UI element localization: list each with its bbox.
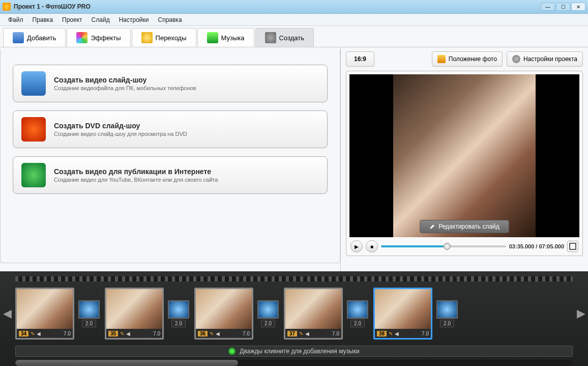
timeline-scrollbar[interactable] <box>15 360 573 366</box>
tab-label: Добавить <box>27 34 56 42</box>
slide-image <box>106 289 162 329</box>
project-settings-button[interactable]: Настройки проекта <box>507 51 583 67</box>
slide-item: 35✎◀7.02.0 <box>105 288 189 340</box>
play-button[interactable]: ▶ <box>350 240 363 252</box>
stop-button[interactable]: ■ <box>366 240 378 252</box>
pencil-icon[interactable]: ✎ <box>389 331 393 336</box>
slide-thumb-37[interactable]: 37✎◀7.0 <box>284 288 343 340</box>
pencil-icon[interactable]: ✎ <box>120 331 124 336</box>
menu-файл[interactable]: Файл <box>4 15 27 25</box>
music-track[interactable]: Дважды кликните для добавления музыки <box>15 346 573 357</box>
slide-thumb-36[interactable]: 36✎◀7.0 <box>194 288 253 340</box>
timeline-scroll-left-button[interactable]: ◀ <box>3 305 11 322</box>
slide-sound-icon[interactable]: ◀ <box>305 331 309 336</box>
aspect-ratio-button[interactable]: 16:9 <box>346 51 374 67</box>
tab-label: Создать <box>279 34 304 42</box>
film-holes-top <box>15 276 573 281</box>
slide-item: 38✎◀7.02.0 <box>373 288 458 340</box>
slide-footer: 35✎◀7.0 <box>106 329 162 338</box>
fullscreen-button[interactable] <box>567 241 578 252</box>
preview-toolbar: 16:9 Положение фото Настройки проекта <box>346 50 583 68</box>
photo-position-button[interactable]: Положение фото <box>432 51 503 67</box>
create-option-title: Создать видео для публикации в Интернете <box>54 167 218 176</box>
pencil-icon[interactable]: ✎ <box>299 331 303 336</box>
slide-thumb-35[interactable]: 35✎◀7.0 <box>105 288 164 340</box>
slide-sound-icon[interactable]: ◀ <box>216 331 220 336</box>
slide-footer: 38✎◀7.0 <box>375 329 431 338</box>
create-option-icon <box>21 71 46 96</box>
create-option-2[interactable]: Создать видео для публикации в Интернете… <box>13 156 328 194</box>
tab-icon-3 <box>207 32 218 43</box>
slide-index: 36 <box>198 331 208 336</box>
music-refresh-icon <box>228 348 236 355</box>
slide-index: 37 <box>287 331 297 336</box>
slide-footer: 36✎◀7.0 <box>196 329 252 338</box>
pencil-icon[interactable]: ✎ <box>210 331 214 336</box>
tab-icon-0 <box>13 32 24 43</box>
menu-настройки[interactable]: Настройки <box>115 15 153 25</box>
time-display: 03:35.000 / 07:05.000 <box>509 243 564 249</box>
create-option-title: Создать DVD слайд-шоу <box>54 122 187 130</box>
preview-video[interactable]: Редактировать слайд <box>349 74 579 237</box>
tab-bar: ДобавитьЭффектыПереходыМузыкаСоздать <box>0 26 588 47</box>
slide-footer: 34✎◀7.0 <box>17 329 73 338</box>
transition-thumb[interactable] <box>257 300 279 319</box>
pencil-icon <box>429 223 435 230</box>
progress-slider[interactable] <box>381 245 506 247</box>
pencil-icon[interactable]: ✎ <box>31 331 35 336</box>
slide-index: 38 <box>377 331 387 336</box>
svg-rect-0 <box>570 243 576 249</box>
timeline-scroll-right-button[interactable]: ▶ <box>577 305 585 322</box>
slide-index: 34 <box>19 331 28 336</box>
tab-1[interactable]: Эффекты <box>67 28 130 47</box>
menu-проект[interactable]: Проект <box>58 15 86 25</box>
edit-slide-button[interactable]: Редактировать слайд <box>420 220 509 233</box>
menu-bar: ФайлПравкаПроектСлайдНастройкиСправка <box>0 14 588 26</box>
transition-item: 2.0 <box>436 300 458 327</box>
tab-2[interactable]: Переходы <box>132 28 196 47</box>
minimize-button[interactable]: — <box>541 3 555 11</box>
slide-sound-icon[interactable]: ◀ <box>395 331 399 336</box>
transition-item: 2.0 <box>347 300 368 327</box>
slide-thumb-38[interactable]: 38✎◀7.0 <box>373 288 432 340</box>
create-panel: Создать видео слайд-шоуСоздание видеофай… <box>0 47 341 271</box>
music-hint-label: Дважды кликните для добавления музыки <box>240 348 359 355</box>
create-option-icon <box>21 163 46 187</box>
menu-слайд[interactable]: Слайд <box>87 15 114 25</box>
slide-duration: 7.0 <box>332 331 339 336</box>
slide-sound-icon[interactable]: ◀ <box>126 331 130 336</box>
transition-thumb[interactable] <box>347 300 368 319</box>
slide-image <box>375 289 431 329</box>
preview-area: Редактировать слайд ▶ ■ 03:35.000 / 07:0… <box>346 71 583 256</box>
transition-thumb[interactable] <box>78 300 100 319</box>
slide-image <box>285 289 341 329</box>
transition-item: 2.0 <box>78 300 100 327</box>
app-logo-icon <box>3 3 11 11</box>
slide-image <box>17 289 73 329</box>
tab-icon-2 <box>141 32 153 43</box>
tab-icon-1 <box>76 32 87 43</box>
create-option-1[interactable]: Создать DVD слайд-шоуСоздание видео слай… <box>13 110 328 148</box>
tab-4[interactable]: Создать <box>255 28 314 47</box>
slide-item: 37✎◀7.02.0 <box>284 288 368 340</box>
slide-sound-icon[interactable]: ◀ <box>37 331 41 336</box>
transition-duration: 2.0 <box>82 320 96 327</box>
slide-duration: 7.0 <box>64 331 71 336</box>
window-title: Проект 1 - ФотоШОУ PRO <box>14 3 541 10</box>
maximize-button[interactable]: ☐ <box>556 3 570 11</box>
timeline: ◀ ▶ 34✎◀7.02.035✎◀7.02.036✎◀7.02.037✎◀7.… <box>0 271 588 366</box>
transition-duration: 2.0 <box>171 320 186 327</box>
close-button[interactable]: ✕ <box>571 3 585 11</box>
slide-thumb-34[interactable]: 34✎◀7.0 <box>15 288 74 340</box>
photo-position-icon <box>437 55 446 63</box>
menu-правка[interactable]: Правка <box>28 15 57 25</box>
menu-справка[interactable]: Справка <box>154 15 186 25</box>
create-option-0[interactable]: Создать видео слайд-шоуСоздание видеофай… <box>13 65 328 102</box>
create-option-desc: Создание видео для YouTube, ВКонтакте ил… <box>54 177 218 183</box>
create-option-desc: Создание видео слайд-шоу для просмотра н… <box>54 131 187 137</box>
tab-3[interactable]: Музыка <box>197 28 254 47</box>
tab-label: Музыка <box>221 34 245 42</box>
transition-thumb[interactable] <box>436 300 458 319</box>
transition-thumb[interactable] <box>168 300 189 319</box>
tab-0[interactable]: Добавить <box>3 28 66 47</box>
